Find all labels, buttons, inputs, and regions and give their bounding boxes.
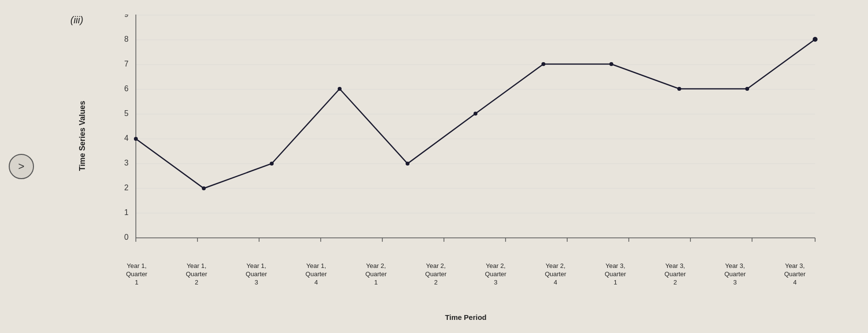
prev-arrow-button[interactable]: > xyxy=(9,154,34,179)
svg-text:0: 0 xyxy=(124,233,129,241)
x-label-1: Year 1,Quarter2 xyxy=(166,262,226,287)
x-label-5: Year 2,Quarter2 xyxy=(406,262,466,287)
svg-text:7: 7 xyxy=(124,60,129,68)
x-label-11: Year 3,Quarter4 xyxy=(765,262,825,287)
data-point-6 xyxy=(541,62,545,66)
svg-text:1: 1 xyxy=(124,208,129,216)
x-label-9: Year 3,Quarter2 xyxy=(645,262,705,287)
x-label-0: Year 1,Quarter1 xyxy=(107,262,166,287)
svg-text:9: 9 xyxy=(124,15,129,18)
screen: > (iii) Time Series Values xyxy=(0,0,868,333)
data-point-5 xyxy=(474,112,477,116)
svg-text:4: 4 xyxy=(124,134,129,142)
arrow-icon: > xyxy=(18,160,25,173)
x-label-4: Year 2,Quarter1 xyxy=(346,262,406,287)
x-label-8: Year 3,Quarter1 xyxy=(586,262,645,287)
data-point-4 xyxy=(406,162,409,166)
data-point-9 xyxy=(745,87,749,91)
data-point-2 xyxy=(270,162,274,166)
svg-text:8: 8 xyxy=(124,35,129,43)
data-point-8 xyxy=(677,87,681,91)
chart-svg: 0 1 2 3 4 5 6 7 8 9 xyxy=(107,15,825,257)
x-label-6: Year 2,Quarter3 xyxy=(466,262,525,287)
x-axis-labels: Year 1,Quarter1 Year 1,Quarter2 Year 1,Q… xyxy=(107,262,825,287)
y-axis-label: Time Series Values xyxy=(63,15,102,257)
svg-text:3: 3 xyxy=(124,159,129,167)
x-label-2: Year 1,Quarter3 xyxy=(227,262,286,287)
x-period-label: Time Period xyxy=(107,313,825,321)
x-label-3: Year 1,Quarter4 xyxy=(286,262,346,287)
data-point-10 xyxy=(813,37,818,42)
data-point-7 xyxy=(609,62,613,66)
svg-text:2: 2 xyxy=(124,183,129,192)
x-label-7: Year 2,Quarter4 xyxy=(525,262,585,287)
svg-text:5: 5 xyxy=(124,109,129,117)
data-point-3 xyxy=(338,87,342,91)
svg-rect-0 xyxy=(107,15,825,238)
svg-text:6: 6 xyxy=(124,84,129,93)
data-point-0 xyxy=(134,137,138,141)
chart-container: 0 1 2 3 4 5 6 7 8 9 xyxy=(107,15,825,257)
x-label-10: Year 3,Quarter3 xyxy=(705,262,765,287)
data-point-1 xyxy=(202,186,206,190)
